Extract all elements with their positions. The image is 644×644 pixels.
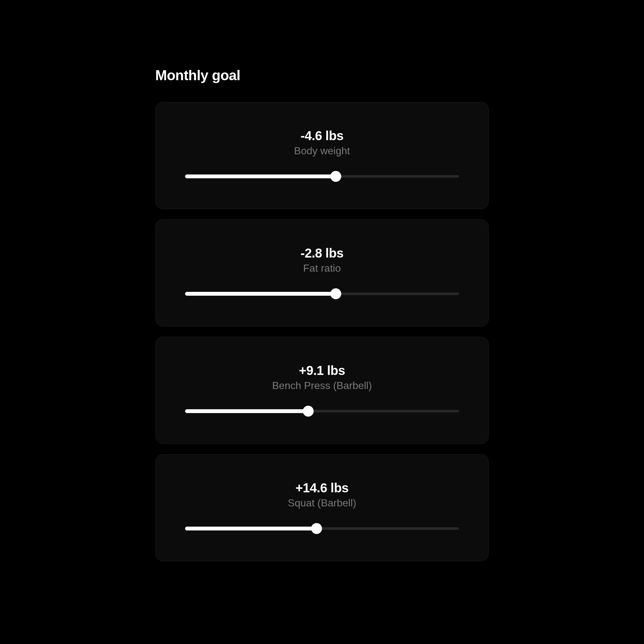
goal-value: -4.6 lbs [301, 129, 343, 143]
goal-label: Squat (Barbell) [288, 497, 356, 509]
goals-panel: Monthly goal -4.6 lbs Body weight -2.8 l… [155, 67, 489, 572]
slider-thumb[interactable] [311, 523, 322, 534]
slider-fill [185, 174, 336, 178]
goal-value: +14.6 lbs [295, 481, 349, 495]
slider-fill [185, 527, 317, 530]
page-title: Monthly goal [155, 67, 489, 83]
goal-slider-fat-ratio[interactable] [185, 289, 459, 299]
goal-value: +9.1 lbs [299, 363, 345, 378]
goal-card-body-weight[interactable]: -4.6 lbs Body weight [155, 102, 489, 209]
slider-thumb[interactable] [330, 171, 341, 182]
goal-card-bench-press[interactable]: +9.1 lbs Bench Press (Barbell) [155, 337, 489, 444]
goal-slider-body-weight[interactable] [185, 172, 459, 181]
goal-slider-bench-press[interactable] [185, 406, 459, 416]
goal-card-fat-ratio[interactable]: -2.8 lbs Fat ratio [155, 219, 489, 326]
goal-label: Bench Press (Barbell) [272, 380, 372, 392]
goal-value: -2.8 lbs [301, 246, 343, 260]
goal-label: Body weight [294, 145, 350, 157]
goal-label: Fat ratio [303, 262, 341, 274]
slider-thumb[interactable] [303, 406, 314, 417]
goal-slider-squat[interactable] [185, 524, 459, 533]
slider-fill [185, 292, 336, 296]
slider-fill [185, 409, 308, 413]
slider-thumb[interactable] [330, 288, 341, 299]
goal-card-squat[interactable]: +14.6 lbs Squat (Barbell) [155, 454, 489, 561]
